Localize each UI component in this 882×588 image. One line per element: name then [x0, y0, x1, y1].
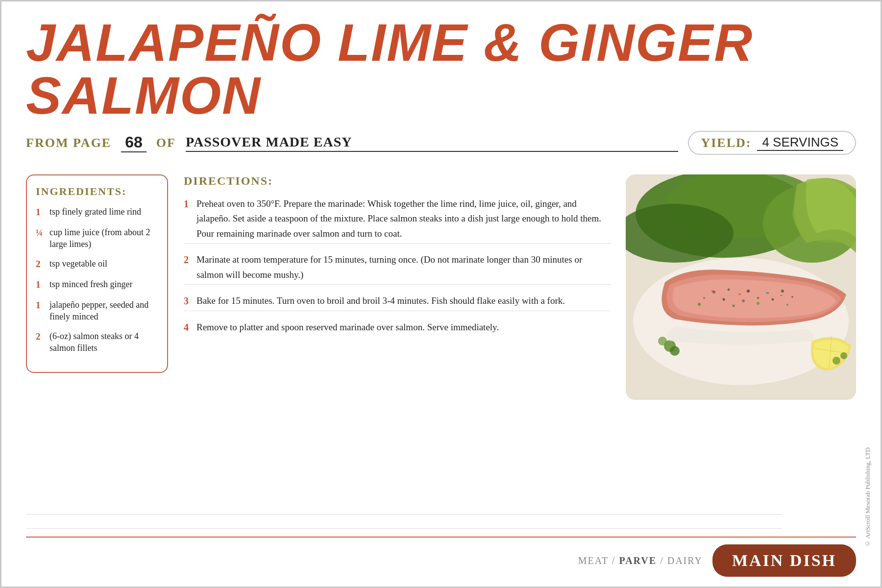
recipe-card: JALAPEÑO LIME & GINGER SALMON FROM PAGE … — [0, 0, 882, 588]
page-number: 68 — [121, 133, 147, 152]
directions-column: DIRECTIONS: 1Preheat oven to 350°F. Prep… — [184, 174, 616, 557]
bottom-bar: MEAT / PARVE / DAIRY MAIN DISH — [26, 537, 856, 577]
ingredient-qty: 1 — [36, 299, 46, 312]
extra-line-2 — [26, 528, 783, 529]
category-sep2: / — [660, 555, 667, 566]
ingredient-item: 1tsp finely grated lime rind — [36, 206, 158, 219]
direction-item: 3Bake for 15 minutes. Turn oven to broil… — [184, 294, 611, 311]
subtitle-bar: FROM PAGE 68 OF PASSOVER MADE EASY YIELD… — [26, 131, 856, 160]
svg-point-16 — [772, 298, 774, 301]
main-dish-badge: MAIN DISH — [712, 544, 856, 577]
ingredient-text: tsp vegetable oil — [49, 258, 107, 270]
category-sep1: / — [612, 555, 619, 566]
svg-point-31 — [757, 302, 760, 305]
direction-num: 2 — [184, 252, 192, 268]
extra-line-1 — [26, 514, 783, 514]
ingredients-list: 1tsp finely grated lime rind¼cup lime ju… — [36, 206, 158, 354]
category-labels: MEAT / PARVE / DAIRY — [26, 555, 712, 566]
svg-point-9 — [747, 290, 750, 293]
direction-text: Marinate at room temperature for 15 minu… — [196, 252, 611, 282]
category-parve: PARVE — [619, 555, 657, 566]
svg-rect-20 — [765, 292, 767, 294]
copyright: © ArtScroll Mesorah Publishing, LTD — [864, 447, 872, 547]
svg-point-8 — [728, 289, 730, 291]
svg-point-14 — [742, 299, 745, 302]
ingredient-qty: ¼ — [36, 226, 46, 239]
direction-text: Bake for 15 minutes. Turn oven to broil … — [196, 294, 565, 308]
svg-rect-19 — [738, 294, 741, 295]
ingredient-text: (6-oz) salmon steaks or 4 salmon fillets — [49, 330, 158, 354]
ingredient-qty: 1 — [36, 206, 46, 219]
svg-point-26 — [670, 346, 680, 356]
direction-text: Remove to platter and spoon reserved mar… — [196, 320, 499, 335]
directions-title: DIRECTIONS: — [184, 174, 611, 188]
of-label: OF — [156, 136, 176, 150]
main-content: INGREDIENTS: 1tsp finely grated lime rin… — [26, 174, 856, 557]
direction-item: 4Remove to platter and spoon reserved ma… — [184, 320, 611, 337]
direction-item: 1Preheat oven to 350°F. Prepare the mari… — [184, 196, 611, 244]
ingredient-text: cup lime juice (from about 2 large limes… — [49, 226, 158, 250]
svg-rect-18 — [711, 291, 714, 292]
svg-point-30 — [733, 305, 735, 307]
ingredient-qty: 1 — [36, 278, 46, 291]
ingredient-text: jalapeño pepper, seeded and finely mince… — [49, 299, 158, 323]
svg-point-29 — [698, 303, 701, 306]
yield-value: 4 SERVINGS — [757, 135, 843, 151]
photo-column — [616, 174, 856, 557]
category-dairy: DAIRY — [667, 555, 703, 566]
ingredient-item: ¼cup lime juice (from about 2 large lime… — [36, 226, 158, 250]
svg-point-25 — [658, 337, 667, 345]
direction-num: 4 — [184, 320, 192, 335]
from-page-label: FROM PAGE — [26, 136, 111, 150]
recipe-title: JALAPEÑO LIME & GINGER SALMON — [26, 16, 856, 122]
direction-item: 2Marinate at room temperature for 15 min… — [184, 252, 611, 285]
svg-point-27 — [833, 357, 840, 365]
ingredient-item: 1jalapeño pepper, seeded and finely minc… — [36, 299, 158, 323]
ingredient-item: 1tsp minced fresh ginger — [36, 278, 158, 291]
directions-list: 1Preheat oven to 350°F. Prepare the mari… — [184, 196, 611, 337]
svg-point-28 — [840, 352, 847, 359]
ingredients-column: INGREDIENTS: 1tsp finely grated lime rin… — [26, 174, 168, 373]
svg-point-15 — [757, 297, 759, 299]
yield-label: YIELD: — [701, 136, 751, 150]
svg-point-17 — [791, 296, 793, 298]
direction-text: Preheat oven to 350°F. Prepare the marin… — [196, 196, 611, 241]
category-meat: MEAT — [578, 555, 609, 566]
book-title: PASSOVER MADE EASY — [186, 134, 678, 152]
ingredient-text: tsp finely grated lime rind — [49, 206, 141, 218]
svg-point-12 — [703, 297, 705, 299]
ingredient-qty: 2 — [36, 258, 46, 270]
ingredient-text: tsp minced fresh ginger — [49, 278, 132, 290]
recipe-photo — [626, 174, 856, 400]
ingredients-title: INGREDIENTS: — [36, 185, 158, 198]
ingredient-item: 2(6-oz) salmon steaks or 4 salmon fillet… — [36, 330, 158, 354]
salmon-image-svg — [626, 174, 856, 400]
svg-point-13 — [723, 298, 725, 301]
direction-num: 1 — [184, 196, 192, 212]
svg-rect-21 — [780, 295, 783, 296]
ingredient-qty: 2 — [36, 330, 46, 343]
ingredient-item: 2tsp vegetable oil — [36, 258, 158, 270]
yield-box: YIELD: 4 SERVINGS — [688, 131, 856, 155]
direction-num: 3 — [184, 294, 192, 309]
svg-point-11 — [781, 290, 784, 293]
svg-point-32 — [786, 304, 788, 306]
